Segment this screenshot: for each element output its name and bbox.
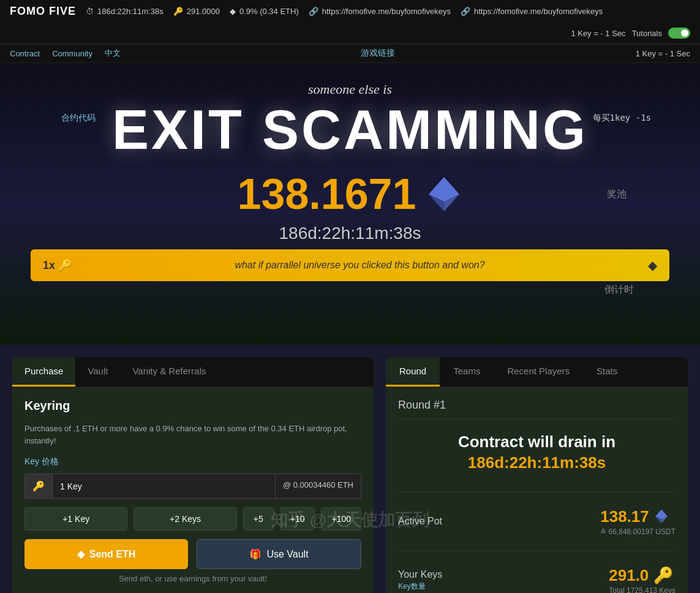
send-eth-button[interactable]: ◆ Send ETH <box>24 539 188 569</box>
tab-stats[interactable]: Stats <box>583 357 631 387</box>
qty-plus1-button[interactable]: +1 Key <box>24 507 127 531</box>
eth-icon-pot <box>654 509 669 524</box>
chinese-link[interactable]: 中文 <box>105 48 121 59</box>
cta-diamond-icon: ◆ <box>648 258 657 273</box>
hero-subtitle: someone else is <box>12 81 688 97</box>
qty-buttons-row: +1 Key +2 Keys +5 +10 +100 <box>24 507 361 531</box>
navrow: Contract Community 中文 游戏链接 1 Key = - 1 S… <box>0 44 700 63</box>
hero-amount: 138.1671 <box>238 170 416 219</box>
key-input-row: 🔑 @ 0.00034460 ETH <box>24 474 361 499</box>
hero-section: 合约代码 每买1key -1s someone else is EXIT SCA… <box>0 63 700 345</box>
eth-icon-btn: ◆ <box>77 548 85 560</box>
qty-plus5-button[interactable]: +5 <box>243 507 274 531</box>
game-link-label: 游戏链接 <box>361 48 395 59</box>
qty-plus100-button[interactable]: +100 <box>321 507 361 531</box>
round-tabs-row: Round Teams Recent Players Stats <box>386 357 688 387</box>
your-keys-right: 291.0 🔑 Total 1725.413 Keys <box>609 566 676 593</box>
hero-title: EXIT SCAMMING <box>12 102 688 157</box>
topbar-timer: ⏱ 186d:22h:11m:38s <box>86 7 164 16</box>
divider-2 <box>398 551 676 551</box>
key-icon-box: 🔑 <box>24 474 53 499</box>
tutorials-label: Tutorials <box>632 29 662 38</box>
your-keys-left: Your Keys Key数量 <box>398 569 442 592</box>
qty-plus10-button[interactable]: +10 <box>280 507 315 531</box>
key-icon: 🔑 <box>173 7 183 16</box>
topbar-right-links: 1 Key = - 1 Sec Tutorials <box>571 28 690 39</box>
qty-plus2-button[interactable]: +2 Keys <box>134 507 236 531</box>
right-panel: Round Teams Recent Players Stats Round #… <box>386 357 688 593</box>
active-pot-row: Active Pot 138.17 ≙ 66,848.00197 USDT <box>398 501 676 542</box>
left-tabs-row: Purchase Vault Vanity & Referrals <box>12 357 374 387</box>
key-count-label: Key数量 <box>398 581 442 592</box>
active-pot-value: 138.17 <box>600 507 676 526</box>
use-vault-button[interactable]: 🎁 Use Vault <box>197 539 361 569</box>
price-display: @ 0.00034460 ETH <box>276 474 361 499</box>
left-panel: Purchase Vault Vanity & Referrals Keyrin… <box>12 357 374 593</box>
airdrop-note: Purchases of .1 ETH or more have a 0.9% … <box>24 423 361 447</box>
hero-timer: 186d:22h:11m:38s <box>12 224 688 243</box>
send-hint: Send eth, or use earnings from your vaul… <box>24 574 361 583</box>
eth-icon-large <box>426 176 462 213</box>
drain-text: Contract will drain in 186d:22h:11m:38s <box>398 432 676 474</box>
tab-vanity-referrals[interactable]: Vanity & Referrals <box>120 357 218 387</box>
action-row: ◆ Send ETH 🎁 Use Vault <box>24 539 361 569</box>
pool-label: 奖池 <box>607 188 627 201</box>
purchase-panel-body: Keyring Purchases of .1 ETH or more have… <box>12 387 374 593</box>
round-body: Round #1 Contract will drain in 186d:22h… <box>386 387 688 593</box>
drain-timer: 186d:22h:11m:38s <box>398 453 676 474</box>
active-pot-label: Active Pot <box>398 516 442 527</box>
community-link[interactable]: Community <box>52 49 92 58</box>
contract-link[interactable]: Contract <box>10 49 40 58</box>
tab-purchase[interactable]: Purchase <box>12 357 75 387</box>
timer-icon: ⏱ <box>86 7 94 16</box>
key-icon-right: 🔑 <box>653 566 673 585</box>
main-content: Purchase Vault Vanity & Referrals Keyrin… <box>0 345 700 593</box>
tab-teams[interactable]: Teams <box>440 357 494 387</box>
key-quantity-input[interactable] <box>53 474 276 499</box>
tutorials-toggle[interactable] <box>668 28 690 39</box>
key-info-label: 1 Key = - 1 Sec <box>571 29 625 38</box>
divider-1 <box>398 492 676 493</box>
countdown-label: 倒计时 <box>604 284 634 296</box>
brand-logo: FOMO FIVE <box>10 5 76 18</box>
section-title: Keyring <box>24 399 361 413</box>
your-keys-row: Your Keys Key数量 291.0 🔑 Total 1725.413 K… <box>398 560 676 593</box>
key-per-sec: 1 Key = - 1 Sec <box>636 49 690 58</box>
cta-text: what if parrallel universe you clicked t… <box>78 260 642 271</box>
tab-vault[interactable]: Vault <box>75 357 120 387</box>
contract-code-label: 合约代码 <box>61 112 96 124</box>
topbar-airdrop: ◆ 0.9% (0.34 ETH) <box>230 7 299 16</box>
your-keys-value: 291.0 🔑 <box>609 566 676 585</box>
per-buy-label: 每买1key -1s <box>593 112 651 124</box>
right-group: 1 Key = - 1 Sec <box>636 49 690 58</box>
link2-icon: 🔗 <box>461 7 470 16</box>
round-header: Round #1 <box>398 399 676 420</box>
topbar-link2[interactable]: 🔗 https://fomofive.me/buyfomofivekeys <box>461 7 603 16</box>
vault-icon: 🎁 <box>249 548 262 560</box>
total-keys-sub: Total 1725.413 Keys <box>609 586 676 593</box>
topbar-link1[interactable]: 🔗 https://fomofive.me/buyfomofivekeys <box>309 7 451 16</box>
active-pot-usdt: ≙ 66,848.00197 USDT <box>600 527 676 536</box>
hero-amount-row: 138.1671 奖池 <box>12 170 688 219</box>
key-price-label: Key 价格 <box>24 456 361 467</box>
tab-recent-players[interactable]: Recent Players <box>494 357 583 387</box>
topbar: FOMO FIVE ⏱ 186d:22h:11m:38s 🔑 291.0000 … <box>0 0 700 44</box>
cta-bar[interactable]: 1x 🔑 what if parrallel universe you clic… <box>31 249 669 281</box>
diamond-icon: ◆ <box>230 7 236 16</box>
tab-round[interactable]: Round <box>386 357 440 387</box>
active-pot-right: 138.17 ≙ 66,848.00197 USDT <box>600 507 676 536</box>
topbar-keys: 🔑 291.0000 <box>173 7 220 16</box>
link1-icon: 🔗 <box>309 7 318 16</box>
your-keys-label: Your Keys <box>398 569 442 580</box>
cta-key-label: 1x 🔑 <box>43 259 72 272</box>
